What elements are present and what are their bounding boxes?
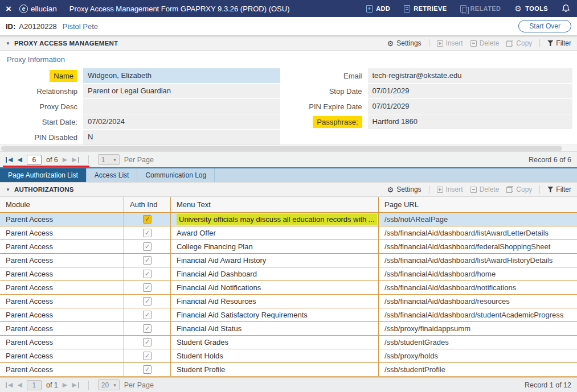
previous-record-button[interactable]: ◀ — [17, 156, 22, 163]
field-value[interactable] — [83, 99, 280, 114]
table-row[interactable]: Parent Access ✓ Financial Aid Dashboard … — [0, 267, 577, 281]
toolbar-button-label: Delete — [480, 185, 500, 193]
horizontal-scrollbar[interactable] — [0, 145, 577, 151]
field-value[interactable]: N — [83, 130, 280, 145]
menu-text-cell: Financial Aid Notifications — [171, 281, 379, 294]
horizontal-scrollbar-thumb[interactable] — [1, 146, 562, 151]
retrieve-button[interactable]: RETRIEVE — [404, 5, 447, 13]
table-row[interactable]: Parent Access ✓ College Financing Plan /… — [0, 240, 577, 254]
auth-checkbox[interactable]: ✓ — [143, 256, 152, 265]
auth-checkbox[interactable]: ✓ — [143, 283, 152, 292]
page-url-cell: /ssb/financialAid/dashboard/notification… — [379, 281, 577, 294]
id-person-link[interactable]: Pistol Pete — [63, 22, 98, 31]
check-icon: ✓ — [145, 312, 150, 318]
table-row[interactable]: Parent Access ✓ Financial Aid Resources … — [0, 295, 577, 308]
collapse-caret-icon[interactable]: ▼ — [6, 41, 10, 46]
page-number-input[interactable]: 1 — [27, 380, 42, 390]
proxy-information-section: Proxy Information Name Widgeon, Elizabet… — [0, 51, 577, 145]
module-cell: Parent Access — [0, 363, 124, 376]
copy-button[interactable]: Copy — [506, 185, 532, 193]
table-row[interactable]: Parent Access ✓ Student Profile /ssb/stu… — [0, 363, 577, 377]
auth-checkbox[interactable]: ✓ — [143, 311, 152, 319]
settings-button[interactable]: ⚙ Settings — [387, 39, 422, 47]
auth-checkbox[interactable]: ✓ — [143, 338, 152, 346]
copy-button[interactable]: Copy — [506, 39, 532, 47]
topbar: × e ellucian Proxy Access Management For… — [0, 0, 577, 17]
field-relationship: Relationship Parent or Legal Guardian — [5, 84, 289, 98]
column-header-menu-text[interactable]: Menu Text — [171, 197, 379, 212]
field-value[interactable]: 07/01/2029 — [368, 84, 573, 98]
field-value[interactable]: Hartford 1860 — [368, 114, 573, 129]
collapse-caret-icon[interactable]: ▼ — [6, 187, 10, 192]
auth-checkbox[interactable]: ✓ — [143, 242, 152, 251]
column-header-auth-ind[interactable]: Auth Ind — [124, 197, 171, 212]
page-of-label: of 6 — [46, 156, 58, 164]
field-value[interactable]: Widgeon, Elizabeth — [83, 68, 280, 83]
doc-plus-icon — [366, 5, 373, 13]
delete-button[interactable]: Delete — [470, 39, 500, 47]
table-row[interactable]: Parent Access ✓ Financial Aid Satisfacto… — [0, 308, 577, 322]
first-record-button[interactable]: ◀ — [6, 156, 13, 163]
previous-page-button[interactable]: ◀ — [17, 382, 22, 388]
next-record-button[interactable]: ▶ — [63, 156, 67, 163]
column-header-module[interactable]: Module — [0, 197, 124, 212]
filter-button[interactable]: Filter — [547, 185, 571, 193]
table-row[interactable]: Parent Access ✓ Financial Aid Status /ss… — [0, 322, 577, 336]
proxy-fields-left: Name Widgeon, Elizabeth Relationship Par… — [5, 68, 289, 145]
table-row[interactable]: Parent Access ✓ Student Holds /ssb/proxy… — [0, 349, 577, 363]
tab-page-authorization-list[interactable]: Page Authorization List — [0, 168, 87, 182]
module-cell: Parent Access — [0, 254, 124, 267]
authorizations-table-body: Parent Access ✓ University officials may… — [0, 213, 577, 377]
add-button[interactable]: ADD — [366, 5, 390, 13]
table-row[interactable]: Parent Access ✓ Financial Aid Award Hist… — [0, 254, 577, 267]
docs-icon — [460, 5, 466, 13]
field-value[interactable]: tech-registrar@okstate.edu — [368, 68, 573, 83]
proxy-fields-right: Email tech-registrar@okstate.edu Stop Da… — [289, 68, 574, 145]
table-row[interactable]: Parent Access ✓ Award Offer /ssb/financi… — [0, 226, 577, 240]
check-icon: ✓ — [145, 271, 150, 277]
tab-access-list[interactable]: Access List — [87, 168, 138, 182]
field-value[interactable]: 07/02/2024 — [83, 114, 280, 129]
menu-text-cell: Financial Aid Satisfactory Requirements — [171, 308, 379, 321]
auth-checkbox[interactable]: ✓ — [143, 352, 152, 360]
tab-communication-log[interactable]: Communication Log — [137, 168, 215, 182]
auth-checkbox[interactable]: ✓ — [143, 229, 152, 237]
auth-checkbox[interactable]: ✓ — [143, 365, 152, 374]
last-page-button[interactable]: ▶ — [72, 382, 79, 388]
next-page-button[interactable]: ▶ — [63, 382, 67, 388]
auth-checkbox[interactable]: ✓ — [143, 297, 152, 306]
brand-name: ellucian — [31, 5, 57, 13]
settings-button[interactable]: ⚙ Settings — [387, 185, 422, 193]
ellucian-brand[interactable]: e ellucian — [19, 5, 57, 13]
per-page-select[interactable]: 1 ▾ — [98, 154, 120, 165]
field-value[interactable]: Parent or Legal Guardian — [83, 84, 280, 98]
page-number-input[interactable]: 6 — [27, 155, 42, 165]
tab-label: Access List — [95, 171, 129, 179]
column-header-page-url[interactable]: Page URL — [379, 197, 577, 212]
per-page-select[interactable]: 20 ▾ — [98, 379, 120, 390]
auth-checkbox[interactable]: ✓ — [143, 270, 152, 278]
table-row[interactable]: Parent Access ✓ University officials may… — [0, 213, 577, 226]
auth-checkbox[interactable]: ✓ — [143, 215, 152, 224]
delete-button[interactable]: Delete — [470, 185, 500, 193]
table-row[interactable]: Parent Access ✓ Student Grades /ssb/stud… — [0, 336, 577, 349]
page-url-cell: /ssb/studentGrades — [379, 336, 577, 349]
related-button[interactable]: RELATED — [460, 5, 501, 13]
toolbar-button-label: Copy — [516, 185, 532, 193]
red-underline-annotation — [3, 166, 89, 167]
filter-button[interactable]: Filter — [547, 39, 571, 47]
first-page-button[interactable]: ◀ — [6, 382, 13, 388]
topbar-action-label: ADD — [376, 5, 390, 12]
insert-button[interactable]: Insert — [437, 185, 463, 193]
auth-checkbox[interactable]: ✓ — [143, 324, 152, 333]
field-label: Relationship — [5, 87, 77, 96]
table-row[interactable]: Parent Access ✓ Financial Aid Notificati… — [0, 281, 577, 295]
notifications-bell-icon[interactable] — [562, 4, 570, 13]
tools-button[interactable]: ⚙ TOOLS — [514, 5, 548, 13]
start-over-button[interactable]: Start Over — [518, 20, 571, 32]
last-record-button[interactable]: ▶ — [72, 156, 79, 163]
insert-button[interactable]: Insert — [437, 39, 463, 47]
toolbar-separator — [539, 185, 540, 193]
close-icon[interactable]: × — [6, 4, 11, 14]
field-value[interactable]: 07/01/2029 — [368, 99, 573, 114]
